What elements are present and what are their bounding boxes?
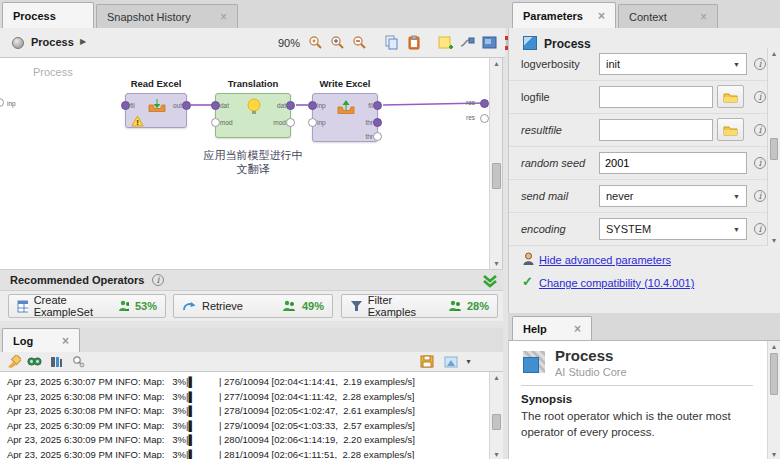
close-icon[interactable]: ×	[598, 9, 605, 23]
operator-write-excel[interactable]: inp inp fil thr thr	[312, 93, 378, 142]
log-toolbar: ▾	[0, 352, 503, 371]
close-icon[interactable]: ×	[62, 334, 69, 348]
operator-read-excel[interactable]: ! fil out	[125, 93, 187, 128]
scrollbar-thumb[interactable]	[770, 138, 778, 160]
translation-dat-in-port[interactable]	[211, 101, 220, 110]
info-icon[interactable]: i	[754, 190, 766, 202]
write-excel-thr1-port[interactable]	[373, 118, 382, 127]
port-label: res	[466, 114, 475, 121]
write-excel-inp1-port[interactable]	[308, 101, 317, 110]
translation-dat-out-port[interactable]	[286, 101, 295, 110]
param-row-resultfile: resultfile i	[509, 114, 767, 147]
translation-mod-out-port[interactable]	[286, 118, 295, 127]
save-log-icon[interactable]	[418, 353, 435, 370]
scroll-down-icon[interactable]: ▾	[490, 450, 503, 459]
logverbosity-select[interactable]: init ▼	[599, 53, 747, 75]
export-dropdown-caret-icon[interactable]: ▾	[460, 353, 477, 370]
add-note-icon[interactable]	[437, 33, 454, 52]
write-excel-thr2-port[interactable]	[373, 132, 382, 141]
resultfile-browse-button[interactable]	[717, 118, 744, 141]
hide-advanced-parameters-link[interactable]: Hide advanced parameters	[539, 254, 671, 266]
scroll-down-icon[interactable]: ▾	[768, 450, 780, 459]
info-icon[interactable]: i	[754, 91, 766, 103]
tab-snapshot-history[interactable]: Snapshot History ×	[96, 4, 238, 28]
recommend-create-exampleset-button[interactable]: Create ExampleSet 53%	[8, 294, 166, 318]
scroll-up-icon[interactable]: ▴	[490, 373, 503, 382]
help-scrollbar[interactable]: ▴ ▾	[767, 341, 780, 459]
parameters-scrollbar[interactable]: ▴ ▾	[767, 48, 780, 246]
paste-icon[interactable]	[405, 33, 422, 52]
recommend-filter-examples-button[interactable]: Filter Examples 28%	[341, 294, 498, 318]
tab-help[interactable]: Help ×	[512, 316, 592, 340]
export-log-icon[interactable]	[442, 353, 459, 370]
translation-mod-in-port[interactable]	[211, 118, 220, 127]
scroll-down-icon[interactable]: ▾	[768, 236, 780, 245]
log-scrollbar[interactable]: ▴ ▾	[489, 372, 503, 459]
operator-translation[interactable]: dat mod dat mod	[215, 93, 291, 138]
svg-text:!: !	[136, 118, 139, 127]
param-label: logverbosity	[521, 58, 580, 70]
resultfile-input[interactable]	[599, 119, 713, 141]
canvas-scrollbar[interactable]: ▴ ▾	[489, 58, 503, 269]
read-excel-out-port[interactable]	[182, 101, 191, 110]
scrollbar-thumb[interactable]	[492, 414, 501, 430]
port-label: dat	[220, 102, 229, 109]
scroll-up-icon[interactable]: ▴	[768, 49, 780, 58]
copy-icon[interactable]	[383, 33, 400, 52]
columns-icon[interactable]	[48, 353, 65, 370]
scroll-down-icon[interactable]: ▾	[490, 259, 503, 268]
info-icon[interactable]: i	[754, 157, 766, 169]
recommend-retrieve-button[interactable]: Retrieve 49%	[173, 294, 333, 318]
close-icon[interactable]: ×	[220, 10, 227, 24]
help-title: Process	[555, 347, 613, 364]
write-excel-inp2-port[interactable]	[308, 118, 317, 127]
change-compatibility-link[interactable]: Change compatibility (10.4.001)	[539, 277, 694, 289]
zoom-in-icon[interactable]	[329, 33, 346, 52]
search-icon[interactable]	[26, 353, 43, 370]
process-input-port[interactable]	[0, 98, 4, 107]
zoom-out-icon[interactable]	[351, 33, 368, 52]
read-excel-fil-port[interactable]	[121, 101, 130, 110]
process-canvas[interactable]: Process inp res res Read Excel ! fil out	[0, 58, 503, 269]
info-icon[interactable]: i	[754, 223, 766, 235]
write-excel-fil-port[interactable]	[373, 101, 382, 110]
scrollbar-thumb[interactable]	[492, 163, 501, 189]
breadcrumb-arrow-icon[interactable]: ▶	[80, 37, 86, 46]
tab-log[interactable]: Log ×	[2, 328, 80, 352]
process-result-port-1[interactable]	[480, 99, 489, 108]
scroll-up-icon[interactable]: ▴	[490, 59, 503, 68]
operator-annotation[interactable]: 应用当前模型进行中 文翻译	[183, 148, 323, 176]
log-settings-icon[interactable]	[70, 353, 87, 370]
encoding-value: SYSTEM	[606, 223, 651, 235]
scroll-up-icon[interactable]: ▴	[768, 342, 780, 351]
encoding-select[interactable]: SYSTEM ▼	[599, 218, 747, 240]
scrollbar-thumb[interactable]	[770, 353, 778, 395]
info-icon[interactable]: i	[152, 274, 164, 286]
tab-process[interactable]: Process	[2, 2, 94, 28]
breadcrumb[interactable]: Process	[31, 36, 74, 48]
log-output[interactable]: Apr 23, 2025 6:30:07 PM INFO: Map: 3%|▌ …	[0, 371, 503, 459]
zoom-reset-icon[interactable]	[307, 33, 324, 52]
info-icon[interactable]: i	[754, 58, 766, 70]
advanced-parameters-icon	[522, 252, 535, 266]
tab-context[interactable]: Context ×	[618, 4, 718, 28]
close-icon[interactable]: ×	[574, 322, 581, 336]
logfile-input[interactable]	[599, 86, 713, 108]
param-row-random-seed: random seed i	[509, 147, 767, 180]
random-seed-input[interactable]	[599, 152, 747, 174]
param-row-encoding: encoding SYSTEM ▼ i	[509, 213, 767, 246]
recommend-label: Create ExampleSet	[34, 294, 107, 318]
rewire-icon[interactable]	[459, 33, 476, 52]
port-label: thr	[365, 119, 373, 126]
log-line: Apr 23, 2025 6:30:07 PM INFO: Map: 3%|▌ …	[0, 375, 503, 390]
logfile-browse-button[interactable]	[717, 85, 744, 108]
overview-icon[interactable]	[481, 33, 498, 52]
clear-log-icon[interactable]	[5, 353, 22, 370]
process-result-port-2[interactable]	[480, 114, 489, 123]
close-icon[interactable]: ×	[700, 10, 707, 24]
warning-icon[interactable]: !	[131, 115, 144, 127]
send-mail-select[interactable]: never ▼	[599, 185, 747, 207]
tab-parameters[interactable]: Parameters ×	[512, 2, 616, 28]
info-icon[interactable]: i	[754, 124, 766, 136]
collapse-chevron-icon[interactable]	[482, 274, 498, 288]
